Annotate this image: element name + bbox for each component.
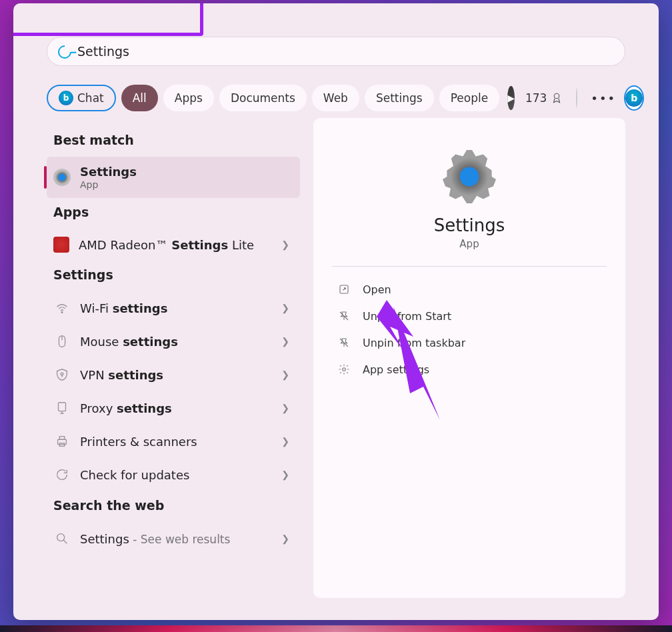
chevron-right-icon: ❯	[281, 336, 293, 347]
result-web-settings[interactable]: Settings - See web results ❯	[47, 522, 300, 555]
search-icon	[55, 43, 74, 61]
best-match-subtitle: App	[80, 179, 293, 190]
refresh-icon	[53, 466, 71, 483]
bing-chat-icon: b	[59, 91, 73, 105]
unpin-icon	[337, 309, 351, 323]
detail-subtitle: App	[332, 238, 607, 267]
detail-title: Settings	[332, 215, 607, 235]
start-search-panel: b Chat All Apps Documents Web Settings P…	[13, 3, 659, 620]
rewards-icon	[551, 92, 563, 104]
action-open-label: Open	[363, 283, 391, 296]
search-area	[13, 3, 659, 73]
expand-filters-button[interactable]: ▶	[507, 86, 515, 110]
svg-rect-9	[58, 439, 67, 444]
bing-button[interactable]: b	[624, 85, 644, 111]
search-result-icon	[53, 530, 71, 547]
action-app-settings-label: App settings	[363, 363, 429, 376]
settings-app-icon	[53, 169, 71, 186]
chevron-right-icon: ❯	[281, 239, 293, 250]
svg-point-4	[61, 373, 63, 375]
action-app-settings[interactable]: App settings	[332, 356, 607, 383]
chat-label: Chat	[77, 91, 104, 105]
filter-row: b Chat All Apps Documents Web Settings P…	[13, 73, 659, 118]
shield-icon	[53, 366, 71, 383]
chevron-right-icon: ❯	[281, 469, 293, 480]
svg-rect-6	[59, 403, 66, 411]
detail-panel: Settings App Open Unpin from Start Unpin…	[313, 118, 625, 598]
best-match-settings[interactable]: Settings App	[47, 157, 300, 198]
search-input[interactable]	[77, 44, 625, 59]
more-button[interactable]: •••	[591, 91, 613, 105]
settings-large-icon	[443, 150, 496, 203]
user-avatar[interactable]: 👤	[576, 88, 577, 108]
filter-documents[interactable]: Documents	[219, 85, 307, 111]
action-unpin-taskbar-label: Unpin from taskbar	[363, 337, 465, 349]
filter-people[interactable]: People	[439, 85, 499, 111]
action-unpin-start-label: Unpin from Start	[363, 310, 451, 323]
action-unpin-taskbar[interactable]: Unpin from taskbar	[332, 329, 607, 356]
result-printers-scanners[interactable]: Printers & scanners ❯	[47, 425, 300, 458]
amd-icon	[53, 237, 69, 253]
result-mouse-settings[interactable]: Mouse settings ❯	[47, 325, 300, 358]
mouse-icon	[53, 333, 71, 350]
chevron-right-icon: ❯	[281, 369, 293, 380]
printer-icon	[53, 433, 71, 450]
svg-rect-10	[59, 437, 64, 440]
unpin-icon	[337, 336, 351, 349]
svg-point-1	[61, 312, 63, 313]
result-amd-radeon[interactable]: AMD Radeon™ Settings Lite ❯	[47, 229, 300, 261]
svg-point-0	[555, 93, 560, 99]
filter-all[interactable]: All	[121, 85, 158, 111]
chevron-right-icon: ❯	[281, 303, 293, 313]
filter-settings[interactable]: Settings	[365, 85, 434, 111]
action-unpin-start[interactable]: Unpin from Start	[332, 303, 607, 329]
result-proxy-settings[interactable]: Proxy settings ❯	[47, 391, 300, 425]
web-heading: Search the web	[47, 491, 300, 522]
chat-filter[interactable]: b Chat	[47, 85, 116, 111]
wifi-icon	[53, 299, 71, 317]
best-match-heading: Best match	[47, 126, 300, 157]
chevron-right-icon: ❯	[281, 403, 293, 413]
proxy-icon	[53, 399, 71, 417]
chevron-right-icon: ❯	[281, 436, 293, 447]
bing-icon: b	[625, 89, 643, 107]
result-vpn-settings[interactable]: VPN settings ❯	[47, 358, 300, 391]
chevron-right-icon: ❯	[281, 533, 293, 544]
action-open[interactable]: Open	[332, 276, 607, 303]
filter-web[interactable]: Web	[312, 85, 359, 111]
result-wifi-settings[interactable]: Wi-Fi settings ❯	[47, 291, 300, 325]
apps-heading: Apps	[47, 198, 300, 229]
filter-apps[interactable]: Apps	[163, 85, 214, 111]
search-box[interactable]	[47, 37, 625, 66]
taskbar	[0, 625, 672, 632]
settings-heading: Settings	[47, 261, 300, 291]
results-column: Best match Settings App Apps AMD Radeon™…	[47, 118, 300, 598]
svg-point-17	[343, 368, 346, 371]
best-match-title: Settings	[80, 165, 137, 179]
svg-point-12	[57, 534, 65, 541]
rewards-counter[interactable]: 173	[525, 91, 563, 105]
svg-line-13	[63, 540, 67, 543]
gear-icon	[337, 363, 351, 376]
open-icon	[337, 283, 351, 296]
search-highlight-annotation	[13, 3, 203, 36]
rewards-points: 173	[525, 91, 547, 105]
result-check-updates[interactable]: Check for updates ❯	[47, 458, 300, 491]
